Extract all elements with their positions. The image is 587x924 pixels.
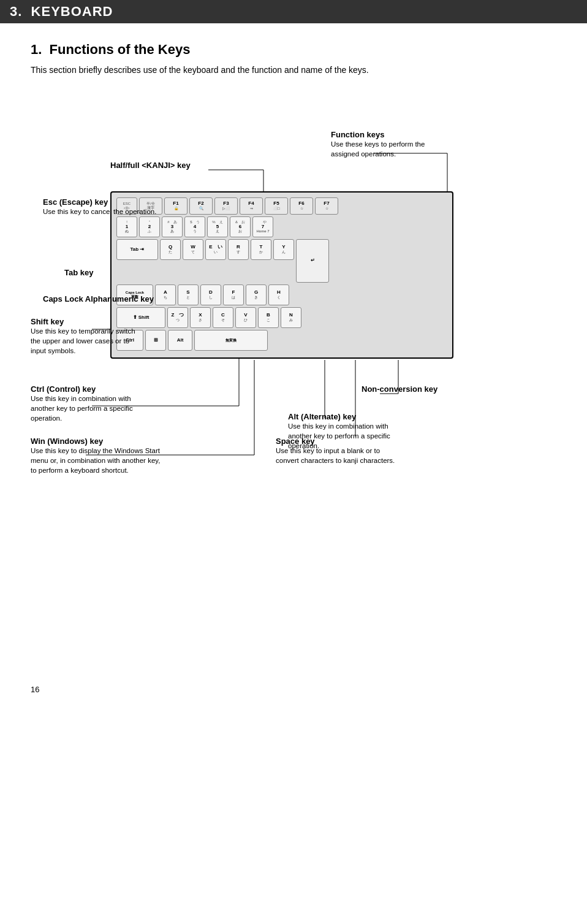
key-1[interactable]: !1ぬ	[116, 216, 137, 237]
space-label: Space key Use this key to input a blank …	[276, 437, 398, 465]
win-label: Win (Windows) key Use this key to displa…	[31, 437, 165, 475]
key-f6[interactable]: F6☆	[290, 197, 313, 215]
page-header: 3. KEYBOARD	[0, 0, 587, 23]
key-7[interactable]: や7Home 7	[252, 216, 273, 237]
key-c[interactable]: Cそ	[213, 307, 233, 328]
ctrl-label: Ctrl (Control) key Use this key in combi…	[31, 384, 141, 423]
page-number: 16	[31, 685, 39, 694]
key-f5[interactable]: F5⬜□	[265, 197, 288, 215]
key-alt[interactable]: Alt	[168, 330, 192, 351]
key-x[interactable]: Xさ	[190, 307, 211, 328]
key-y[interactable]: Yん	[273, 239, 294, 260]
key-f[interactable]: Fは	[223, 284, 244, 305]
function-keys-label: Function keys Use these keys to perform …	[331, 130, 453, 159]
key-b[interactable]: Bこ	[258, 307, 279, 328]
key-n[interactable]: Nみ	[281, 307, 301, 328]
key-h[interactable]: Hく	[268, 284, 289, 305]
key-f1[interactable]: F1🔒	[164, 197, 187, 215]
key-5[interactable]: % え5え	[207, 216, 228, 237]
section-desc: This section briefly describes use of th…	[31, 65, 556, 75]
caps-label: Caps Lock Alphanumeric key	[43, 294, 154, 304]
key-t[interactable]: Tか	[251, 239, 271, 260]
key-f7[interactable]: F7☆	[315, 197, 338, 215]
shift-label: Shift key Use this key to temporarily sw…	[31, 317, 141, 356]
esc-label: Esc (Escape) key Use this key to cancel …	[43, 197, 156, 216]
key-win[interactable]: ⊞	[145, 330, 166, 351]
key-4[interactable]: $ う4う	[184, 216, 205, 237]
key-f4[interactable]: F4⇒	[240, 197, 263, 215]
key-tab[interactable]: Tab ⇥	[116, 239, 158, 260]
chapter-title: KEYBOARD	[31, 4, 113, 19]
key-v[interactable]: Vひ	[235, 307, 256, 328]
key-q[interactable]: Qた	[160, 239, 181, 260]
key-3[interactable]: # あ3あ	[162, 216, 183, 237]
key-s[interactable]: Sと	[178, 284, 199, 305]
half-full-label: Half/full <KANJI> key	[110, 161, 191, 170]
non-conv-label: Non-conversion key	[362, 384, 437, 394]
key-g[interactable]: Gき	[246, 284, 267, 305]
key-space[interactable]: 無変換	[194, 330, 268, 351]
section-title: 1. Functions of the Keys	[31, 42, 556, 58]
key-r[interactable]: Rす	[228, 239, 249, 260]
key-a[interactable]: Aち	[155, 284, 176, 305]
key-d[interactable]: Dし	[200, 284, 221, 305]
key-2[interactable]: "2ふ	[139, 216, 160, 237]
key-e[interactable]: E いい	[205, 239, 226, 260]
key-w[interactable]: Wて	[183, 239, 203, 260]
key-f3[interactable]: F3▷⬜	[214, 197, 238, 215]
chapter-number: 3.	[10, 4, 22, 19]
key-z[interactable]: Z つつ	[167, 307, 188, 328]
key-enter[interactable]: ↵	[296, 239, 329, 283]
key-6[interactable]: & お6お	[230, 216, 251, 237]
key-f2[interactable]: F2🔍	[189, 197, 213, 215]
tab-label: Tab key	[64, 268, 93, 277]
